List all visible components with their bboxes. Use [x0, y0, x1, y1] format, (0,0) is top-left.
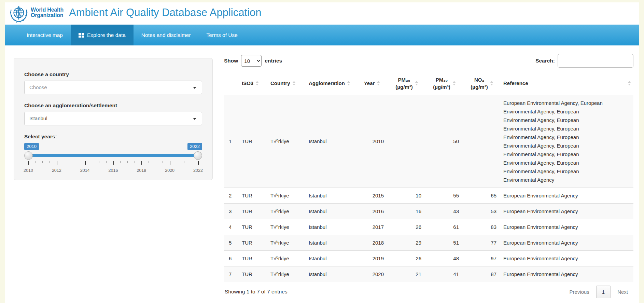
who-logo-text: World Health Organization [31, 7, 64, 18]
column-label: Reference [503, 80, 528, 87]
nav-item-explore-the-data[interactable]: Explore the data [71, 25, 134, 45]
slider-tick-label: 2010 [24, 168, 33, 173]
column-header-no2[interactable]: NO₂(µg/m³) [463, 72, 501, 95]
cell-iso3: TUR [239, 250, 268, 266]
nav-item-notes-and-disclaimer[interactable]: Notes and disclaimer [134, 25, 199, 45]
table-header-row: ISO3CountryAgglomerationYearPM₂₅(µg/m³)P… [224, 72, 633, 95]
cell-year: 2019 [356, 250, 388, 266]
column-label: Country [270, 80, 290, 87]
cell-no2: 77 [463, 235, 501, 250]
cell-num: 2 [224, 188, 239, 203]
table-row: 1TURT√ºrkiyeIstanbul201050European Envir… [224, 95, 633, 188]
cell-pm25: 10 [388, 188, 425, 203]
cell-agglomeration: Istanbul [306, 188, 356, 203]
column-header-agglomeration[interactable]: Agglomeration [306, 72, 356, 95]
sort-icon [453, 81, 456, 85]
search-label: Search: [535, 58, 555, 64]
slider-tick-labels: 2010201220142016201820202022 [28, 168, 198, 174]
sort-icon [293, 81, 295, 85]
sort-icon [377, 81, 380, 85]
table-row: 3TURT√ºrkiyeIstanbul2016164353European E… [224, 203, 633, 219]
page-size-select[interactable]: 10 [241, 55, 262, 67]
sort-icon [490, 81, 493, 85]
table-row: 6TURT√ºrkiyeIstanbul2019264897European E… [224, 250, 633, 266]
who-logo-icon [9, 4, 29, 24]
sort-icon [347, 81, 350, 85]
cell-num: 3 [224, 203, 239, 219]
cell-agglomeration: Istanbul [306, 203, 356, 219]
cell-year: 2010 [356, 95, 388, 188]
show-label: Show [224, 58, 238, 64]
cell-pm10: 51 [425, 235, 463, 250]
cell-pm10: 50 [425, 95, 463, 188]
column-header-iso3[interactable]: ISO3 [239, 72, 268, 95]
slider-max-badge: 2022 [187, 143, 202, 150]
navbar: Interactive mapExplore the dataNotes and… [5, 25, 639, 45]
cell-no2: 83 [463, 219, 501, 235]
cell-iso3: TUR [239, 266, 268, 282]
reference-text: European Environmental Agency [503, 238, 606, 247]
previous-button[interactable]: Previous [564, 286, 594, 298]
next-button[interactable]: Next [613, 286, 633, 298]
cell-reference: European Environmental Agency [501, 188, 633, 203]
main-area: Choose a country Choose Choose an agglom… [5, 45, 639, 298]
column-label: Year [364, 80, 375, 87]
cell-year: 2018 [356, 235, 388, 250]
table-row: 7TURT√ºrkiyeIstanbul2020214187European E… [224, 266, 633, 282]
cell-reference: European Environmental Agency [501, 203, 633, 219]
agglomeration-select[interactable]: Istanbul [24, 112, 202, 125]
page: World Health Organization Ambient Air Qu… [5, 2, 639, 303]
cell-reference: European Environmental Agency [501, 250, 633, 266]
column-header-pm10[interactable]: PM₁₀(µg/m³) [425, 72, 463, 95]
nav-item-terms-of-use[interactable]: Terms of Use [199, 25, 246, 45]
cell-iso3: TUR [239, 188, 268, 203]
cell-iso3: TUR [239, 235, 268, 250]
search-group: Search: [535, 54, 633, 68]
table-grid-icon [79, 33, 84, 38]
slider-handle-min[interactable] [24, 151, 33, 160]
cell-year: 2017 [356, 219, 388, 235]
cell-reference: European Environmental Agency, European … [501, 95, 633, 188]
slider-tick-label: 2022 [193, 168, 203, 173]
slider-tick-label: 2018 [137, 168, 146, 173]
page-title: Ambient Air Quality Database Application [69, 6, 261, 19]
cell-pm25: 26 [388, 250, 425, 266]
slider-tick-label: 2020 [165, 168, 174, 173]
cell-no2: 53 [463, 203, 501, 219]
agglomeration-select-value: Istanbul [29, 115, 47, 121]
slider-tick-label: 2014 [80, 168, 90, 173]
nav-item-label: Notes and disclaimer [141, 32, 191, 38]
cell-no2 [463, 95, 501, 188]
sort-icon [256, 81, 258, 85]
country-select[interactable]: Choose [24, 81, 202, 94]
reference-text: European Environmental Agency, European … [503, 99, 606, 184]
cell-num: 5 [224, 235, 239, 250]
column-label: NO₂(µg/m³) [471, 76, 488, 91]
column-header-year[interactable]: Year [356, 72, 388, 95]
chevron-down-icon [193, 87, 196, 89]
cell-agglomeration: Istanbul [306, 235, 356, 250]
search-input[interactable] [558, 54, 633, 68]
cell-country: T√ºrkiye [268, 219, 306, 235]
table-controls: Show 10 entries Search: [224, 54, 633, 68]
cell-agglomeration: Istanbul [306, 95, 356, 188]
cell-reference: European Environmental Agency [501, 235, 633, 250]
cell-pm25: 26 [388, 219, 425, 235]
cell-pm25: 21 [388, 266, 425, 282]
column-header-reference[interactable]: Reference [501, 72, 633, 95]
column-header-num [224, 72, 239, 95]
cell-reference: European Environmental Agency [501, 219, 633, 235]
cell-num: 7 [224, 266, 239, 282]
cell-iso3: TUR [239, 95, 268, 188]
slider-handle-max[interactable] [194, 151, 202, 160]
column-header-pm25[interactable]: PM₂₅(µg/m³) [388, 72, 425, 95]
page-number-button[interactable]: 1 [596, 286, 611, 298]
cell-pm10: 61 [425, 219, 463, 235]
nav-item-interactive-map[interactable]: Interactive map [19, 25, 71, 45]
cell-country: T√ºrkiye [268, 250, 306, 266]
column-header-country[interactable]: Country [268, 72, 306, 95]
table-row: 5TURT√ºrkiyeIstanbul2018295177European E… [224, 235, 633, 250]
app-header: World Health Organization Ambient Air Qu… [5, 2, 639, 25]
sort-icon [415, 81, 418, 85]
reference-text: European Environmental Agency [503, 207, 606, 216]
